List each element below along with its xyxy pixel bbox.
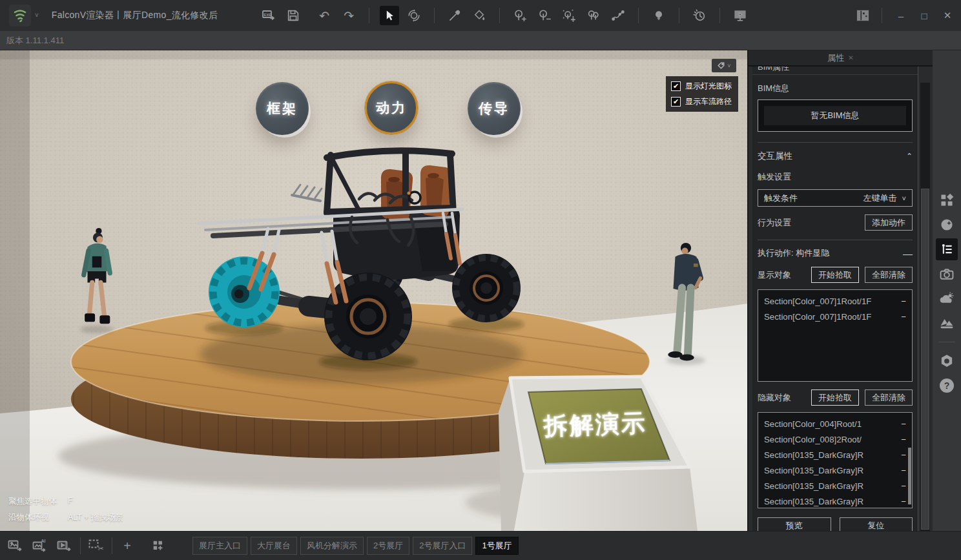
collapse-chevron-icon[interactable]: ⌃	[906, 152, 913, 161]
scene-button-main-entrance[interactable]: 展厅主入口	[192, 537, 247, 555]
material-panel-icon[interactable]	[936, 214, 958, 236]
trigger-condition-dropdown[interactable]: 触发条件 左键单击 ˅	[758, 189, 913, 207]
remove-item-icon[interactable]: −	[901, 466, 906, 475]
hint-orbit-key: ALT + 拖拽场景	[68, 512, 123, 523]
export-video-icon[interactable]	[56, 537, 72, 554]
object-name: Section[0135_DarkGray]R	[764, 466, 863, 475]
undo-icon[interactable]: ↶	[315, 6, 334, 25]
add-action-button[interactable]: 添加动作	[865, 214, 913, 231]
scene-button-hall2[interactable]: 2号展厅	[367, 537, 409, 555]
interaction-section-header[interactable]: 交互属性 ⌃	[758, 142, 913, 162]
export-image-ai-icon[interactable]: AI	[31, 537, 48, 554]
scene-button-fan-demo[interactable]: 风机分解演示	[300, 537, 364, 555]
presentation-icon[interactable]	[730, 6, 750, 25]
maximize-button[interactable]: □	[914, 6, 934, 25]
toolbar-separator	[499, 8, 500, 23]
preview-button[interactable]: 预览	[758, 517, 831, 531]
settings-icon[interactable]	[936, 350, 958, 372]
show-traffic-paths-option[interactable]: ✔ 显示车流路径	[671, 96, 733, 107]
hotspot-power[interactable]: 动力	[365, 81, 418, 134]
tag-icon	[717, 61, 725, 70]
redo-icon[interactable]: ↷	[339, 6, 358, 25]
terrain-panel-icon[interactable]	[936, 312, 958, 334]
export-image-icon[interactable]	[6, 537, 23, 554]
reset-button[interactable]: 复位	[840, 517, 913, 531]
components-panel-icon[interactable]	[936, 189, 958, 211]
list-item[interactable]: Section[Color_007]1Root/1F −	[764, 293, 906, 309]
3d-viewport[interactable]: 拆解演示 框架 动力 传导 ˅ ✔	[0, 50, 747, 531]
bim-section-header[interactable]: BIM属性 ⌃	[752, 67, 918, 75]
panel-scrollbar-thumb[interactable]	[921, 189, 929, 530]
remove-plant-icon[interactable]	[535, 6, 554, 25]
list-item[interactable]: Section[0135_DarkGray]R −	[764, 493, 906, 508]
manage-views-icon[interactable]	[150, 537, 167, 554]
toolbar-separator	[719, 8, 720, 23]
list-item[interactable]: Section[0135_DarkGray]R −	[764, 462, 906, 478]
hide-start-pick-button[interactable]: 开始拾取	[811, 389, 859, 406]
add-scene-view-icon[interactable]: +	[119, 537, 136, 554]
time-of-day-icon[interactable]	[690, 6, 709, 25]
tab-close-icon[interactable]: ✕	[848, 54, 853, 61]
list-item[interactable]: Section[0135_DarkGray]R −	[764, 478, 906, 493]
list-item[interactable]: Section[Color_004]Root/1 −	[764, 416, 906, 431]
environment-panel-icon[interactable]	[936, 287, 958, 309]
tab-properties[interactable]: 属性	[827, 52, 844, 64]
save-icon[interactable]	[284, 6, 303, 25]
plant-group-icon[interactable]	[584, 6, 603, 25]
tag-overlay-button[interactable]: ˅	[712, 59, 736, 72]
paint-fill-icon[interactable]	[470, 6, 489, 25]
checkbox-checked-icon[interactable]: ✔	[671, 81, 681, 91]
list-item[interactable]: Section[Color_008]2Root/ −	[764, 431, 906, 447]
remove-item-icon[interactable]: −	[901, 419, 906, 429]
scene-button-hall2-entrance[interactable]: 2号展厅入口	[413, 537, 472, 555]
add-plant-icon[interactable]	[510, 6, 530, 25]
behavior-settings-label: 行为设置	[758, 217, 791, 229]
camera-panel-icon[interactable]	[936, 263, 958, 285]
hotspot-transmission[interactable]: 传导	[468, 82, 521, 135]
show-objects-list[interactable]: Section[Color_007]1Root/1F − Section[Col…	[758, 289, 913, 382]
screenshot-crop-icon[interactable]: ✂	[87, 537, 104, 554]
remove-item-icon[interactable]: −	[901, 312, 906, 322]
close-button[interactable]: ✕	[938, 6, 957, 25]
bottom-separator	[80, 537, 81, 554]
hint-orbit: 沿物体环视 ALT + 拖拽场景	[8, 512, 123, 523]
help-icon[interactable]: ?	[936, 375, 958, 397]
hide-objects-list[interactable]: Section[Color_004]Root/1 − Section[Color…	[758, 412, 913, 508]
show-clear-all-button[interactable]: 全部清除	[865, 267, 913, 283]
list-item[interactable]: Section[Color_007]1Root/1F −	[764, 309, 906, 324]
path-tool-icon[interactable]	[608, 6, 628, 25]
orbit-tool-icon[interactable]	[404, 6, 424, 25]
logo-chevron-icon[interactable]: ˅	[35, 12, 39, 19]
eyedropper-icon[interactable]	[445, 6, 464, 25]
toolbar-separator	[679, 8, 679, 23]
light-tool-icon[interactable]	[649, 6, 668, 25]
layout-panels-icon[interactable]	[853, 6, 873, 25]
plant-region-icon[interactable]	[559, 6, 579, 25]
select-tool-icon[interactable]	[380, 6, 399, 25]
show-objects-label: 显示对象	[758, 269, 791, 281]
hotspot-frame[interactable]: 框架	[256, 82, 309, 135]
remove-item-icon[interactable]: −	[901, 497, 906, 506]
question-mark-glyph: ?	[940, 379, 954, 393]
scene-button-hall1[interactable]: 1号展厅	[475, 537, 518, 555]
remove-action-icon[interactable]: —	[903, 248, 913, 259]
panel-scrollbar[interactable]	[920, 83, 930, 531]
scene-button-lobby-stage[interactable]: 大厅展台	[251, 537, 297, 555]
hide-clear-all-button[interactable]: 全部清除	[865, 389, 913, 406]
remove-item-icon[interactable]: −	[901, 450, 906, 460]
remove-item-icon[interactable]: −	[901, 296, 906, 306]
show-start-pick-button[interactable]: 开始拾取	[811, 267, 859, 283]
window-title: FalconV渲染器丨展厅Demo_流化修改后	[52, 10, 218, 21]
show-light-icons-option[interactable]: ✔ 显示灯光图标	[671, 81, 733, 92]
structure-tree-panel-icon[interactable]	[936, 238, 958, 260]
remove-item-icon[interactable]: −	[901, 435, 906, 444]
action-title: 执行动作: 构件显隐	[758, 247, 829, 259]
bim-section-title: BIM属性	[752, 67, 918, 73]
list-scrollbar[interactable]	[908, 448, 911, 504]
app-logo-icon[interactable]	[9, 5, 31, 26]
export-exe-icon[interactable]: EXE	[259, 6, 278, 25]
checkbox-checked-icon[interactable]: ✔	[671, 97, 681, 107]
list-item[interactable]: Section[0135_DarkGray]R −	[764, 447, 906, 462]
remove-item-icon[interactable]: −	[901, 481, 906, 491]
minimize-button[interactable]: –	[891, 6, 911, 25]
